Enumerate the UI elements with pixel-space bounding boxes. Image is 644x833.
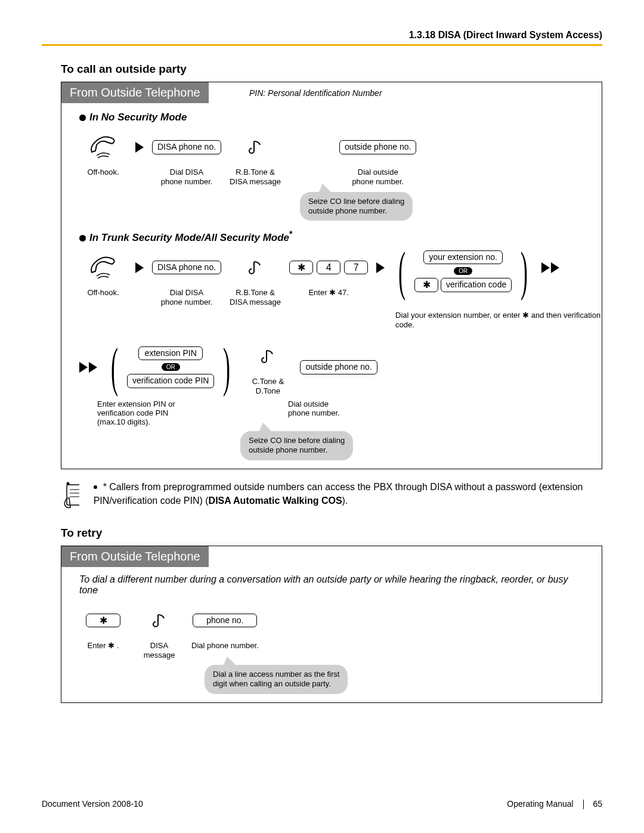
music-note-icon xyxy=(247,139,264,156)
retry-row: ✱ Enter ✱ . DISA message phone no. Dial … xyxy=(79,603,584,661)
page-number: 65 xyxy=(593,799,602,809)
caption-offhook-2: Off-hook. xyxy=(87,288,119,298)
svg-point-4 xyxy=(67,482,70,485)
caption-disa-msg: DISA message xyxy=(144,641,175,661)
svg-rect-0 xyxy=(67,485,79,505)
heading-retry: To retry xyxy=(61,527,602,540)
step-rbtone-2: R.B.Tone & DISA message xyxy=(230,250,281,308)
asterisk: * xyxy=(289,229,293,239)
verification-box: verification code xyxy=(441,278,512,292)
disa-box: DISA phone no. xyxy=(152,140,221,154)
music-note-icon xyxy=(151,612,168,629)
step-offhook: Off-hook. xyxy=(79,129,127,177)
step-outside: outside phone no. Dial outside phone num… xyxy=(339,129,416,187)
caption-disa: Dial DISA phone number. xyxy=(161,168,213,187)
mode2-row2: ( extension PIN OR verification code PIN… xyxy=(79,339,584,397)
caption-ext: Dial your extension number, or enter ✱ a… xyxy=(395,311,602,330)
step-phone-no: phone no. Dial phone number. xyxy=(191,603,259,651)
retry-intro: To dial a different number during a conv… xyxy=(79,574,584,596)
handset-icon xyxy=(88,134,118,160)
ext-pin-box: extension PIN xyxy=(138,346,203,360)
music-note-icon xyxy=(259,348,276,365)
key-star-ver: ✱ xyxy=(414,278,438,292)
ver-pin-box: verification code PIN xyxy=(127,374,214,388)
key-star: ✱ xyxy=(289,261,313,275)
page: 1.3.18 DISA (Direct Inward System Access… xyxy=(0,0,644,833)
step-offhook-2: Off-hook. xyxy=(79,250,127,298)
step-star: ✱ Enter ✱ . xyxy=(79,603,127,651)
callout-wrap-3: Dial a line access number as the first d… xyxy=(205,665,602,694)
notepad-icon xyxy=(62,480,79,510)
disa-box-2: DISA phone no. xyxy=(152,261,221,274)
ext-box: your extension no. xyxy=(423,250,502,264)
panel-from-outside-1: From Outside Telephone PIN: Personal Ide… xyxy=(61,82,602,469)
panel-title: From Outside Telephone xyxy=(61,82,209,103)
step-enter47: ✱ 4 7 Enter ✱ 47. xyxy=(289,250,368,298)
double-arrow-icon xyxy=(541,250,559,286)
caption-disa-2: Dial DISA phone number. xyxy=(161,288,213,308)
footer: Document Version 2008-10 Operating Manua… xyxy=(42,799,602,809)
outside-box: outside phone no. xyxy=(339,140,416,154)
arrow-icon xyxy=(135,250,144,286)
key-4: 4 xyxy=(317,261,340,275)
caption-enter47: Enter ✱ 47. xyxy=(308,288,348,298)
caption-enter-star: Enter ✱ . xyxy=(88,641,119,651)
caption-outside: Dial outside phone number. xyxy=(352,168,404,187)
brace-group-pin: ( extension PIN OR verification code PIN… xyxy=(106,346,236,389)
note-row: * Callers from preprogrammed outside num… xyxy=(62,480,602,510)
caption-ctone: C.Tone & D.Tone xyxy=(252,377,284,397)
callout: Seize CO line before dialing outside pho… xyxy=(300,192,413,221)
double-arrow-icon xyxy=(79,349,97,385)
note-text: * Callers from preprogrammed outside num… xyxy=(94,480,602,507)
caption-outside-2: Dial outside phone number. xyxy=(288,400,340,426)
mode2-row1: Off-hook. DISA phone no. Dial DISA phone… xyxy=(79,250,584,308)
step-rbtone: R.B.Tone & DISA message xyxy=(230,129,281,187)
right-paren-icon: ) xyxy=(223,346,230,389)
key-star-retry: ✱ xyxy=(86,614,120,628)
divider xyxy=(42,44,602,46)
caption-rbtone: R.B.Tone & DISA message xyxy=(230,168,281,187)
key-7: 7 xyxy=(344,261,368,275)
mode1-heading: In No Security Mode xyxy=(79,112,602,123)
arrow-icon xyxy=(135,129,144,165)
step-disa: DISA phone no. Dial DISA phone number. xyxy=(152,129,221,187)
phone-box: phone no. xyxy=(193,614,257,627)
bullet-icon xyxy=(79,114,86,121)
handset-icon xyxy=(88,255,118,281)
callout-wrap-1: Seize CO line before dialing outside pho… xyxy=(300,192,602,221)
right-paren-icon: ) xyxy=(521,250,528,293)
mode1-row: Off-hook. DISA phone no. Dial DISA phone… xyxy=(79,129,584,187)
separator xyxy=(583,800,584,809)
mode1-label: In No Security Mode xyxy=(89,112,187,123)
section-header: 1.3.18 DISA (Direct Inward System Access… xyxy=(42,30,602,41)
caption-rbtone-2: R.B.Tone & DISA message xyxy=(230,288,281,308)
step-ctone: C.Tone & D.Tone xyxy=(244,339,292,397)
footer-right: Operating Manual 65 xyxy=(507,799,602,809)
or-pill: OR xyxy=(454,267,472,275)
mode2-label: In Trunk Security Mode/All Security Mode xyxy=(89,232,289,243)
or-pill-2: OR xyxy=(162,363,180,371)
callout-wrap-2: Seize CO line before dialing outside pho… xyxy=(240,431,602,460)
caption-dial: Dial phone number. xyxy=(191,641,259,651)
music-note-icon xyxy=(247,259,264,276)
caption-offhook: Off-hook. xyxy=(87,168,119,177)
panel-title-2: From Outside Telephone xyxy=(61,546,209,567)
pin-note: PIN: Personal Identification Number xyxy=(249,88,382,98)
outside-box-2: outside phone no. xyxy=(300,360,377,374)
caption-pin: Enter extension PIN or verification code… xyxy=(97,400,199,426)
left-paren-icon: ( xyxy=(398,250,405,293)
callout: Dial a line access number as the first d… xyxy=(205,665,348,694)
heading-call-outside: To call an outside party xyxy=(61,63,602,76)
step-disa-msg: DISA message xyxy=(135,603,183,661)
callout: Seize CO line before dialing outside pho… xyxy=(240,431,353,460)
step-disa-2: DISA phone no. Dial DISA phone number. xyxy=(152,250,221,308)
arrow-icon xyxy=(376,250,385,286)
brace-group-ext: ( your extension no. OR ✱ verification c… xyxy=(393,250,533,293)
step-outside-2: outside phone no. xyxy=(300,349,377,385)
bullet-icon xyxy=(94,485,97,489)
panel-from-outside-2: From Outside Telephone To dial a differe… xyxy=(61,546,602,703)
doc-version: Document Version 2008-10 xyxy=(42,799,143,809)
bullet-icon xyxy=(79,235,86,241)
left-paren-icon: ( xyxy=(111,346,118,389)
